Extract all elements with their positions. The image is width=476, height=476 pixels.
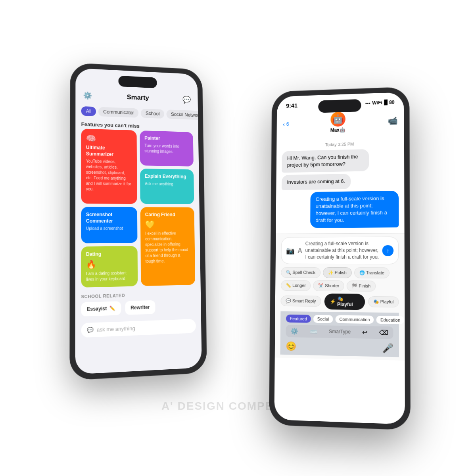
- input-area: 📷 A Creating a full-scale version is una…: [275, 233, 405, 361]
- feature-explain[interactable]: Explain Everything Ask me anything: [140, 169, 194, 204]
- phone-front: 9:41 ▪▪▪ WiFi ▉ 80 ‹ 6 🤖 Max🤖 📹: [269, 87, 410, 430]
- msg-incoming-1: Hi Mr. Wang. Can you finish the project …: [282, 149, 369, 173]
- power-btn: [203, 123, 204, 142]
- rewriter-label: Rewriter: [131, 304, 150, 311]
- tab-school[interactable]: School: [141, 109, 164, 119]
- kb-bottom-row: 😊 🎤: [286, 340, 393, 355]
- settings-icon[interactable]: ⚙️: [82, 90, 93, 101]
- contact-avatar: 🤖: [330, 111, 345, 127]
- status-time: 9:41: [286, 102, 298, 109]
- keyboard-icon[interactable]: ⌨️: [309, 328, 317, 335]
- feature-caring[interactable]: Caring Friend 💛 I excel in effective com…: [140, 207, 195, 286]
- chevron-left-icon: ‹: [283, 121, 285, 127]
- longer-btn[interactable]: 📏 Longer: [281, 280, 311, 291]
- smarttype-label: SmarType: [329, 329, 351, 335]
- emoji-icon[interactable]: 😊: [286, 341, 296, 352]
- screenshot-title: Screenshot Commenter: [86, 212, 132, 225]
- spell-check-btn[interactable]: 🔍 Spell Check: [281, 267, 321, 278]
- ask-bar[interactable]: 💬 ask me anything: [81, 319, 196, 338]
- tab-all[interactable]: All: [81, 106, 96, 116]
- message-input[interactable]: Creating a full-scale version is unattai…: [305, 240, 379, 261]
- tab-communicator[interactable]: Communicator: [98, 107, 138, 118]
- painter-desc: Turn your words into stunning images.: [144, 143, 189, 155]
- back-count: 6: [286, 121, 289, 127]
- explain-title: Explain Everything: [145, 173, 189, 180]
- action-pills-row3: 💬 Smart Reply ⚡ 🎭 Playful 🎭 Playful: [280, 293, 399, 310]
- school-section: SCHOOL RELATED Essayist ✏️ Rewriter: [75, 288, 201, 320]
- translate-btn[interactable]: 🌐 Translate: [354, 267, 390, 278]
- vol-down-btn: [70, 126, 71, 137]
- kb-communication-tag[interactable]: Communication: [335, 315, 374, 324]
- send-button[interactable]: ↑: [382, 245, 394, 256]
- status-icons: ▪▪▪ WiFi ▉ 80: [365, 99, 395, 106]
- smart-reply-btn[interactable]: 💬 Smart Reply: [280, 296, 321, 307]
- painter-title: Painter: [144, 135, 189, 142]
- settings-kb-icon[interactable]: ⚙️: [290, 327, 298, 335]
- message-icon[interactable]: 💬: [181, 94, 192, 106]
- tab-social[interactable]: Social Network: [167, 109, 198, 120]
- action-pills-row2: 📏 Longer ✂️ Shorter 🏁 Finish: [281, 280, 399, 292]
- dynamic-island-front: [318, 99, 361, 113]
- front-vol-up: [271, 142, 272, 153]
- p1-header: ⚙️ Smarty 💬: [75, 68, 198, 109]
- polish-btn[interactable]: ✨ Polish: [323, 267, 352, 278]
- ai-icon[interactable]: A: [298, 247, 302, 254]
- caring-desc: I excel in effective communication, spec…: [145, 230, 190, 264]
- ask-icon: 💬: [87, 326, 94, 333]
- front-vol-down: [270, 157, 272, 168]
- lightning-icon: ⚡: [330, 299, 336, 304]
- phone-back-screen: ⚙️ Smarty 💬 All Communicator School Soci…: [75, 68, 202, 374]
- back-button[interactable]: ‹ 6: [283, 121, 289, 127]
- phone-front-screen: 9:41 ▪▪▪ WiFi ▉ 80 ‹ 6 🤖 Max🤖 📹: [274, 92, 405, 424]
- camera-icon[interactable]: 📷: [286, 246, 295, 255]
- caring-emoji: 💛: [145, 220, 190, 229]
- wifi-icon: WiFi: [372, 100, 382, 106]
- ask-placeholder: ask me anything: [97, 325, 135, 332]
- app-title: Smarty: [93, 92, 181, 104]
- essayist-item[interactable]: Essayist ✏️: [81, 301, 121, 316]
- kb-social-tag[interactable]: Social: [313, 315, 333, 323]
- summarizer-title: Ultimate Summarizer: [86, 145, 132, 158]
- msg-outgoing-1: Creating a full-scale version is unattai…: [310, 190, 399, 228]
- kb-category-row: Featured Social Communication Education …: [286, 315, 393, 324]
- feature-painter[interactable]: Painter Turn your words into stunning im…: [140, 131, 194, 167]
- summarizer-desc: YouTube videos, websites, articles, scre…: [86, 159, 132, 193]
- dating-desc: I am a dating assistant lives in your ke…: [86, 270, 133, 282]
- feature-dating[interactable]: Dating 🔥 I am a dating assistant lives i…: [81, 246, 138, 287]
- feature-summarizer[interactable]: 🧠 Ultimate Summarizer YouTube videos, we…: [81, 129, 137, 204]
- messages-nav: ‹ 6 🤖 Max🤖 📹: [276, 108, 404, 138]
- shorter-btn[interactable]: ✂️ Shorter: [313, 280, 344, 291]
- explain-desc: Ask me anything: [145, 181, 189, 187]
- rewriter-item[interactable]: Rewriter: [125, 300, 155, 315]
- finish-btn[interactable]: 🏁 Finish: [347, 280, 376, 292]
- tooltip-badge: ⚡ 🎭 Playful: [324, 294, 365, 310]
- kb-featured-tag[interactable]: Featured: [286, 315, 311, 323]
- dating-title: Dating: [86, 251, 133, 257]
- battery-icon: ▉ 80: [384, 99, 395, 105]
- message-input-row[interactable]: 📷 A Creating a full-scale version is una…: [281, 237, 399, 264]
- contact-info[interactable]: 🤖 Max🤖: [330, 111, 345, 133]
- smarttype-bar: ⚙️ ⌨️ SmarType ↩ ⌫: [286, 325, 393, 339]
- playful-btn[interactable]: 🎭 Playful: [368, 296, 399, 307]
- scene: ⚙️ Smarty 💬 All Communicator School Soci…: [60, 40, 416, 436]
- redo-icon[interactable]: ⌫: [379, 328, 389, 336]
- kb-education-tag[interactable]: Education: [376, 316, 405, 324]
- tooltip-text: 🎭 Playful: [337, 296, 359, 307]
- undo-icon[interactable]: ↩: [362, 328, 367, 336]
- school-items-row: Essayist ✏️ Rewriter: [81, 299, 196, 316]
- messages-area: Today 3:25 PM Hi Mr. Wang. Can you finis…: [276, 134, 404, 234]
- feature-screenshot[interactable]: Screenshot Commenter Upload a screenshot: [81, 207, 137, 244]
- essayist-label: Essayist: [87, 305, 107, 312]
- vol-up-btn: [70, 110, 71, 121]
- phone-back: ⚙️ Smarty 💬 All Communicator School Soci…: [70, 63, 207, 380]
- front-power: [409, 146, 410, 166]
- contact-name: Max🤖: [330, 127, 345, 133]
- school-section-label: SCHOOL RELATED: [81, 291, 195, 299]
- dynamic-island-back: [118, 76, 157, 88]
- mic-icon[interactable]: 🎤: [382, 343, 393, 353]
- caring-title: Caring Friend: [145, 212, 190, 218]
- keyboard-area: Featured Social Communication Education …: [280, 311, 399, 357]
- essayist-icon: ✏️: [109, 305, 115, 311]
- video-call-button[interactable]: 📹: [388, 116, 397, 125]
- action-pills-row1: 🔍 Spell Check ✨ Polish 🌐 Translate: [281, 267, 399, 278]
